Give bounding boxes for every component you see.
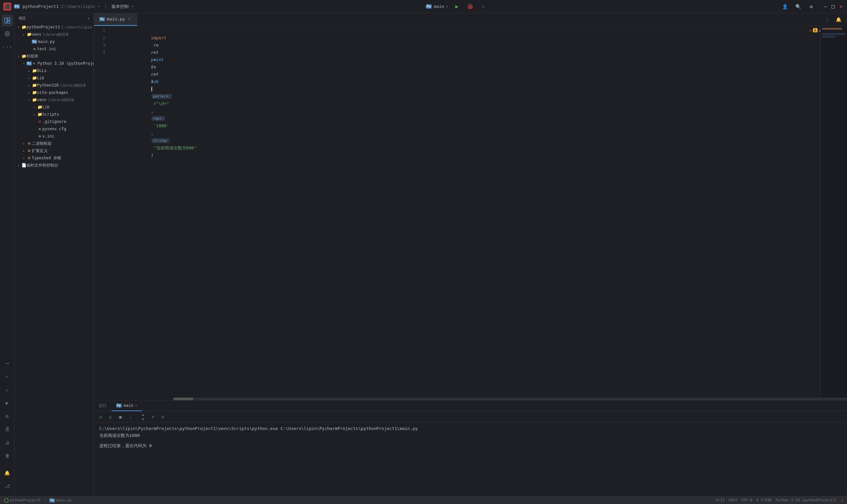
status-line-ending[interactable]: CRLF — [729, 498, 738, 502]
terminal-content[interactable]: C:\Users\lipin\PycharmProjects\pythonPro… — [94, 423, 847, 496]
activity-notifications[interactable]: 🔔 — [1, 467, 13, 479]
bottom-tab-main-close[interactable]: ✕ — [135, 403, 137, 407]
tab-bar-actions: ⋮ 🔔 — [823, 15, 847, 24]
activity-project[interactable] — [1, 15, 13, 26]
tree-item-lib2[interactable]: 📁 Lib — [15, 104, 93, 111]
bottom-tab-run-label: 运行 — [99, 403, 106, 409]
tree-item-dlls[interactable]: 📁 DLLs — [15, 67, 93, 74]
tree-item-testini[interactable]: ≡ test ini — [15, 45, 93, 53]
vcs-label[interactable]: 版本控制 — [111, 4, 129, 10]
tab-mainpy-close[interactable]: ✕ — [127, 17, 132, 21]
notification-button[interactable]: 🔔 — [834, 15, 843, 24]
activity-trash[interactable]: 🗑 — [1, 450, 13, 462]
tree-item-python310[interactable]: Py < Python 3.10 (pythonProje… — [15, 60, 93, 67]
activity-more[interactable]: ··· — [1, 41, 13, 53]
activity-checkmark[interactable]: ✓ — [1, 371, 13, 382]
status-file: main.py — [56, 498, 71, 502]
label-testini: test ini — [37, 47, 56, 51]
status-interpreter[interactable]: Python 3.10 (pythonProject1) — [776, 498, 837, 502]
arrow-venv2 — [27, 97, 32, 103]
bottom-tab-main[interactable]: Py main ✕ — [111, 400, 142, 411]
scroll-down-button[interactable]: ▼ — [139, 417, 147, 421]
tab-mainpy[interactable]: Py main.py ✕ — [94, 13, 137, 26]
tree-item-typeshed[interactable]: ⊞ Typeshed 存根 — [15, 154, 93, 162]
label-xini: x.ini — [42, 134, 54, 139]
activity-run[interactable]: ▶ — [1, 397, 13, 409]
hint-repl: repl: — [152, 116, 165, 121]
arrow-sitepackages — [27, 90, 32, 95]
editor[interactable]: 1 2 3 4 import re — [94, 26, 813, 398]
term-wrap-button[interactable]: ≡ — [149, 413, 157, 421]
tree-item-gitignore[interactable]: ⊘ .gitignore — [15, 118, 93, 125]
warning-gutter — [110, 26, 117, 398]
line-num-4: 4 — [94, 49, 105, 56]
activity-services[interactable]: ⚙ — [1, 410, 13, 422]
search-button[interactable]: 🔍 — [793, 2, 803, 11]
right-gutter: ⚠ 1 ▲ ▼ — [813, 26, 820, 398]
activity-vcs[interactable]: ⟶ — [1, 357, 13, 369]
settings-button[interactable]: ⚙ — [807, 2, 816, 11]
tree-item-python310lib[interactable]: 📁 Python310 library根目录 — [15, 82, 93, 89]
icon-binary: ⊞ — [27, 141, 32, 146]
warning-line-empty — [110, 34, 117, 42]
tree-item-pythonproject1[interactable]: 📁 pythonProject1 C:\Users\lipin — [15, 23, 93, 31]
tree-item-tempfiles[interactable]: 📄 临时文件和控制台 — [15, 162, 93, 169]
debug-button[interactable]: 🐞 — [466, 2, 475, 11]
tree-item-extensions[interactable]: ⊞ 扩展定义 — [15, 147, 93, 154]
bottom-panel: 运行 Py main ✕ ↺ ↻ ■ ⋮ ▲ ▼ ≡ ⊞ — [94, 400, 847, 496]
bottom-tab-run[interactable]: 运行 — [94, 400, 111, 411]
activity-git[interactable]: ⎇ — [1, 480, 13, 492]
tree-item-xini[interactable]: ≡ x.ini — [15, 132, 93, 140]
line-num-2: 2 — [94, 34, 105, 42]
maximize-button[interactable]: □ — [830, 4, 836, 9]
tree-item-lib[interactable]: 📁 Lib — [15, 74, 93, 82]
activity-print[interactable]: 🖨 — [1, 436, 13, 449]
status-warning-icon: ⚠ — [841, 498, 843, 502]
account-button[interactable]: 👤 — [780, 2, 790, 11]
status-warnings[interactable]: ⚠ — [841, 498, 843, 502]
term-rerun-button[interactable]: ↺ — [97, 413, 105, 421]
minimize-button[interactable]: — — [823, 4, 828, 9]
tree-item-venv2[interactable]: 📁 venv library根目录 — [15, 96, 93, 104]
tree-item-sitepackages[interactable]: 📁 site-packages — [15, 89, 93, 96]
code-line-2 — [120, 34, 813, 42]
term-settings-button[interactable]: ⊞ — [159, 413, 167, 421]
run-py-icon: Py — [426, 4, 432, 8]
tree-item-scripts[interactable]: 📁 Scripts — [15, 111, 93, 118]
term-stop-button[interactable]: ■ — [117, 413, 124, 421]
tree-item-venv[interactable]: 📁 venv library根目录 — [15, 31, 93, 38]
svg-rect-1 — [7, 18, 10, 20]
tab-mainpy-label: main.py — [107, 17, 125, 21]
close-button[interactable]: ✕ — [839, 4, 844, 9]
bottom-toolbar: ↺ ↻ ■ ⋮ ▲ ▼ ≡ ⊞ — [94, 411, 847, 423]
vcs-chevron: ▾ — [98, 4, 100, 8]
more-run-button[interactable]: ⋯ — [479, 2, 488, 11]
status-indent[interactable]: 4 个字格 — [756, 498, 772, 503]
activity-database[interactable]: 🗄 — [1, 424, 13, 435]
status-filename[interactable]: Py main.py — [49, 498, 71, 502]
tree-item-external[interactable]: 📁 外部库 — [15, 53, 93, 60]
term-more-button[interactable]: ⋮ — [126, 413, 134, 421]
term-restart-button[interactable]: ↻ — [106, 413, 115, 421]
tree-item-mainpy[interactable]: Py main.py — [15, 38, 93, 45]
activity-bookmarks[interactable] — [1, 28, 13, 40]
label-sitepackages: site-packages — [37, 90, 68, 95]
run-button[interactable]: ▶ — [452, 2, 462, 11]
status-project[interactable]: pythonProject1 — [4, 498, 41, 503]
arrow-tempfiles — [16, 163, 21, 168]
path-pythonproject1: C:\Users\lipin — [61, 25, 92, 30]
tree-item-binary[interactable]: ⊞ 二进制框架 — [15, 140, 93, 147]
tree-item-pyvenv[interactable]: ≡ pyvenv.cfg — [15, 125, 93, 132]
run-config[interactable]: Py main ▾ — [426, 4, 448, 9]
horizontal-scrollbar[interactable] — [173, 398, 847, 400]
status-cursor[interactable]: 4:11 — [716, 498, 725, 502]
status-py-icon: Py — [49, 498, 55, 502]
bottom-tab-main-label: main — [124, 403, 133, 408]
code-area[interactable]: import re ret = re . sub ( pattern: — [117, 26, 813, 398]
scroll-up-button[interactable]: ▲ — [139, 412, 147, 416]
tab-more-button[interactable]: ⋮ — [823, 15, 832, 24]
label-venv: venv — [32, 32, 41, 37]
label-gitignore: .gitignore — [42, 119, 66, 124]
activity-problems[interactable]: ⚠ — [1, 384, 13, 396]
status-encoding[interactable]: UTF-8 — [741, 498, 753, 502]
